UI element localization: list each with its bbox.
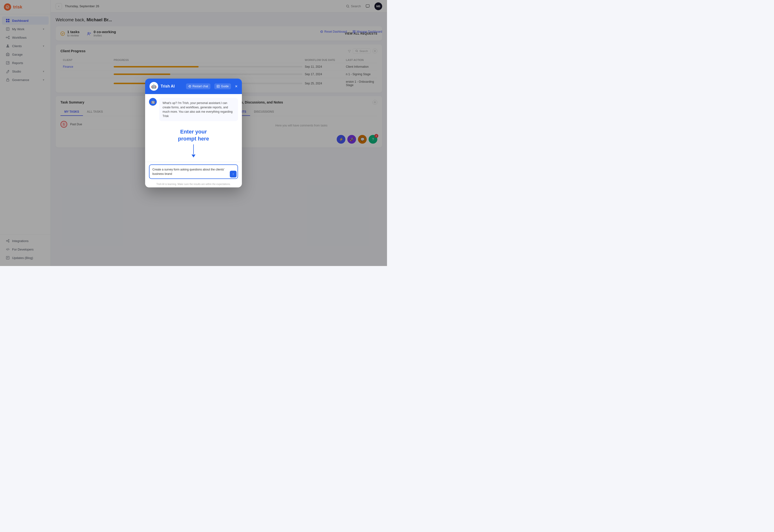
- ai-modal-body: 🤖 What's up? I'm Trish, your personal as…: [145, 94, 242, 128]
- ai-bubble: What's up? I'm Trish, your personal assi…: [159, 98, 238, 121]
- ai-avatar: 🤖: [149, 82, 158, 91]
- restart-chat-button[interactable]: Restart chat: [186, 83, 211, 89]
- prompt-arrow: [192, 144, 195, 157]
- ai-footer-note: Trish AI is learning. Make sure the resu…: [145, 183, 242, 187]
- overlay: 🤖 Trish AI Restart chat Guide × 🤖 What's…: [0, 0, 387, 266]
- ai-welcome-message: 🤖 What's up? I'm Trish, your personal as…: [149, 98, 238, 121]
- guide-icon: [217, 85, 220, 88]
- ai-modal-title: Trish AI: [161, 84, 184, 89]
- ai-send-button[interactable]: ↑: [230, 171, 237, 177]
- restart-label: Restart chat: [193, 85, 208, 88]
- prompt-hint-area: Enter yourprompt here: [145, 128, 242, 162]
- ai-input-area: Create a survey form asking questions ab…: [145, 162, 242, 181]
- arrow-line: [193, 144, 194, 154]
- ai-modal: 🤖 Trish AI Restart chat Guide × 🤖 What's…: [145, 79, 242, 187]
- ai-msg-avatar: 🤖: [149, 98, 157, 106]
- arrow-head: [192, 155, 195, 157]
- prompt-hint-text: Enter yourprompt here: [178, 128, 209, 142]
- ai-input-box[interactable]: Create a survey form asking questions ab…: [149, 164, 238, 179]
- ai-input-value: Create a survey form asking questions ab…: [152, 168, 224, 176]
- guide-label: Guide: [221, 85, 229, 88]
- ai-modal-header: 🤖 Trish AI Restart chat Guide ×: [145, 79, 242, 94]
- restart-icon: [188, 85, 191, 88]
- guide-button[interactable]: Guide: [214, 83, 231, 89]
- close-modal-button[interactable]: ×: [235, 84, 238, 89]
